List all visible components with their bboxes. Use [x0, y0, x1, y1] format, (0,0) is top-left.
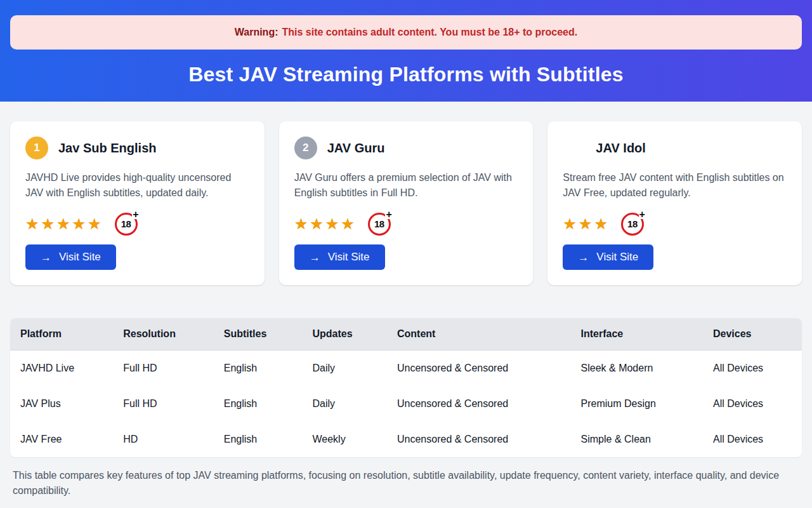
card-title: JAV Guru — [327, 141, 385, 156]
card-title: JAV Idol — [596, 141, 646, 156]
cell-content: Uncensored & Censored — [387, 386, 571, 422]
comparison-table: Platform Resolution Subtitles Updates Co… — [10, 318, 802, 457]
age-badge-plus: + — [385, 210, 392, 219]
table-row: JAVHD Live Full HD English Daily Uncenso… — [10, 351, 802, 387]
rank-badge-empty — [563, 137, 586, 159]
warning-label: Warning: — [235, 27, 278, 38]
rating-row: ★★★★ 18 + — [294, 212, 518, 236]
column-header-devices: Devices — [703, 318, 802, 351]
arrow-right-icon: → — [310, 252, 320, 263]
page-title: Best JAV Streaming Platforms with Subtit… — [0, 63, 812, 86]
cell-resolution: Full HD — [113, 386, 213, 422]
cell-content: Uncensored & Censored — [387, 422, 571, 457]
table-row: JAV Free HD English Weekly Uncensored & … — [10, 422, 802, 457]
cell-platform: JAV Free — [10, 422, 113, 457]
cell-platform: JAV Plus — [10, 386, 113, 422]
cell-subtitles: English — [214, 422, 303, 457]
cell-interface: Sleek & Modern — [571, 351, 703, 387]
platform-card-jav-sub-english: 1 Jav Sub English JAVHD Live provides hi… — [10, 121, 265, 285]
star-rating-icon: ★★★★ — [294, 217, 357, 232]
platform-card-jav-guru: 2 JAV Guru JAV Guru offers a premium sel… — [279, 121, 534, 285]
platform-cards-section: 1 Jav Sub English JAVHD Live provides hi… — [10, 121, 802, 285]
cell-updates: Weekly — [302, 422, 387, 457]
rating-row: ★★★★★ 18 + — [25, 212, 249, 236]
table-header-row: Platform Resolution Subtitles Updates Co… — [10, 318, 802, 351]
star-rating-icon: ★★★ — [563, 217, 610, 232]
card-header: 2 JAV Guru — [294, 137, 518, 159]
cell-subtitles: English — [214, 351, 303, 387]
adult-warning-banner: Warning: This site contains adult conten… — [10, 15, 802, 50]
age-badge-plus: + — [639, 210, 646, 219]
card-description: JAV Guru offers a premium selection of J… — [294, 170, 518, 201]
age-18-plus-icon: 18 + — [621, 213, 644, 236]
cell-devices: All Devices — [703, 386, 802, 422]
card-description: JAVHD Live provides high-quality uncenso… — [25, 170, 249, 201]
card-description: Stream free JAV content with English sub… — [563, 170, 787, 201]
arrow-right-icon: → — [41, 252, 51, 263]
age-18-plus-icon: 18 + — [115, 213, 138, 236]
visit-site-button[interactable]: → Visit Site — [25, 244, 116, 270]
age-badge-plus: + — [132, 210, 139, 219]
column-header-resolution: Resolution — [113, 318, 213, 351]
cell-updates: Daily — [302, 386, 387, 422]
cell-resolution: Full HD — [113, 351, 213, 387]
table-description-note: This table compares key features of top … — [13, 468, 792, 498]
warning-text: This site contains adult content. You mu… — [282, 27, 578, 38]
cell-devices: All Devices — [703, 422, 802, 457]
visit-site-button[interactable]: → Visit Site — [563, 244, 653, 270]
age-18-plus-icon: 18 + — [368, 213, 391, 236]
column-header-platform: Platform — [10, 318, 113, 351]
table-row: JAV Plus Full HD English Daily Uncensore… — [10, 386, 802, 422]
card-header: 1 Jav Sub English — [25, 137, 249, 159]
cell-interface: Premium Design — [571, 386, 703, 422]
age-badge-number: 18 — [374, 218, 384, 229]
cell-updates: Daily — [302, 351, 387, 387]
column-header-updates: Updates — [302, 318, 387, 351]
cell-content: Uncensored & Censored — [387, 351, 571, 387]
visit-site-label: Visit Site — [59, 251, 101, 264]
cell-devices: All Devices — [703, 351, 802, 387]
card-title: Jav Sub English — [58, 141, 156, 156]
column-header-content: Content — [387, 318, 571, 351]
cell-platform: JAVHD Live — [10, 351, 113, 387]
rank-badge: 2 — [294, 137, 317, 159]
star-rating-icon: ★★★★★ — [25, 217, 103, 232]
age-badge-number: 18 — [121, 218, 131, 229]
cell-resolution: HD — [113, 422, 213, 457]
visit-site-label: Visit Site — [596, 251, 638, 264]
column-header-subtitles: Subtitles — [214, 318, 303, 351]
rank-badge: 1 — [25, 137, 48, 159]
rating-row: ★★★ 18 + — [563, 212, 787, 236]
column-header-interface: Interface — [571, 318, 703, 351]
visit-site-label: Visit Site — [328, 251, 370, 264]
cell-subtitles: English — [214, 386, 303, 422]
header-hero: Warning: This site contains adult conten… — [0, 0, 812, 102]
arrow-right-icon: → — [578, 252, 589, 263]
visit-site-button[interactable]: → Visit Site — [294, 244, 385, 270]
age-badge-number: 18 — [627, 218, 638, 229]
cell-interface: Simple & Clean — [571, 422, 703, 457]
card-header: JAV Idol — [563, 137, 787, 159]
platform-card-jav-idol: JAV Idol Stream free JAV content with En… — [547, 121, 802, 285]
